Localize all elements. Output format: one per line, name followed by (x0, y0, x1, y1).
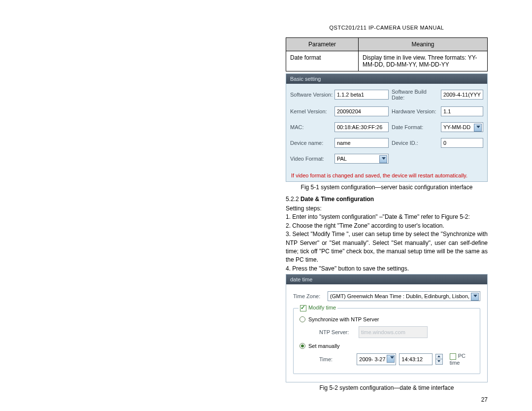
label-video-format: Video Format: (290, 156, 334, 162)
fig-5-1-caption: Fig 5-1 system configuration—server basi… (286, 184, 488, 191)
radio-ntp[interactable]: Synchronize with NTP Server (299, 316, 474, 322)
fig-5-2-caption: Fig 5-2 system configuration—date & time… (286, 384, 488, 391)
chevron-up-icon (436, 354, 442, 360)
input-date[interactable] (357, 353, 396, 365)
input-device-name[interactable] (334, 138, 389, 148)
chevron-down-icon (436, 359, 442, 364)
chevron-down-icon (476, 126, 480, 128)
th-meaning: Meaning (359, 38, 488, 51)
label-device-name: Device name: (290, 140, 334, 146)
modify-time-checkbox[interactable]: Modify time (299, 305, 337, 311)
td-meaning: Display time in live view. Three formats… (359, 51, 488, 71)
input-device-id[interactable] (441, 138, 483, 148)
input-sw-version[interactable] (334, 90, 389, 100)
label-sw-build: Software Build Date: (389, 89, 441, 101)
chevron-down-icon (382, 157, 386, 160)
input-hw[interactable] (441, 106, 483, 116)
panel-title: Basic setting (286, 74, 487, 84)
label-date-format: Date Format: (389, 124, 441, 130)
label-timezone: Time Zone: (293, 293, 328, 299)
checkbox-icon (450, 353, 456, 360)
setting-steps: Setting steps: 1. Enter into "system con… (286, 205, 488, 273)
label-sw-version: Software Version: (290, 92, 334, 98)
input-mac[interactable] (334, 122, 389, 132)
label-hw: Hardware Version: (389, 108, 441, 114)
video-format-warning: If video format is changed and saved, th… (286, 171, 487, 181)
label-ntp-server: NTP Server: (319, 329, 359, 335)
pc-time-checkbox[interactable]: PC time (450, 353, 474, 366)
select-video-format[interactable] (334, 154, 389, 164)
input-sw-build[interactable] (441, 90, 483, 100)
basic-setting-panel: Basic setting Software Version: Software… (286, 73, 488, 182)
radio-icon (299, 343, 305, 349)
label-mac: MAC: (290, 124, 334, 130)
section-heading: 5.2.2 Date & Time configuration (286, 196, 488, 203)
doc-header: QSTC201/211 IP-CAMERA USER MANUAL (286, 25, 488, 31)
time-stepper[interactable] (435, 354, 442, 365)
input-ntp-server (359, 326, 428, 338)
radio-icon (299, 316, 305, 322)
input-kernel[interactable] (334, 106, 389, 116)
parameter-table: Parameter Meaning Date format Display ti… (286, 37, 488, 71)
page-number: 27 (286, 396, 488, 403)
chevron-down-icon (473, 295, 477, 297)
date-time-panel: date time Time Zone: Modify time Synchro… (286, 274, 488, 382)
label-time: Time: (319, 356, 354, 362)
chevron-down-icon (390, 356, 394, 359)
label-kernel: Kernel Version: (290, 108, 334, 114)
modify-time-group: Modify time Synchronize with NTP Server … (293, 308, 480, 374)
input-time[interactable] (399, 353, 432, 365)
th-parameter: Parameter (286, 38, 359, 51)
select-date-format[interactable] (441, 122, 483, 132)
panel2-title: date time (286, 274, 487, 284)
radio-manual[interactable]: Set manually (299, 343, 474, 349)
select-timezone[interactable] (328, 291, 480, 301)
td-param: Date format (286, 51, 359, 71)
label-device-id: Device ID.: (389, 140, 441, 146)
check-icon (300, 305, 306, 311)
